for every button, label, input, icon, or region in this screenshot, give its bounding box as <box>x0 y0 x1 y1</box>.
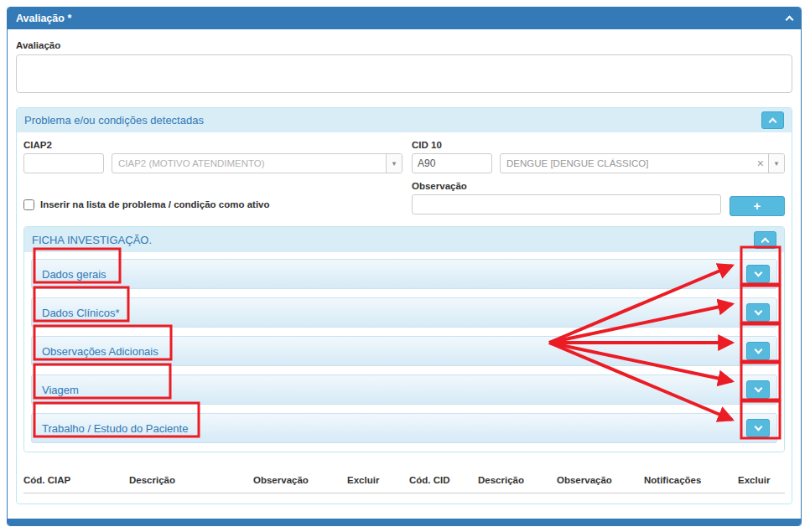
chevron-down-icon <box>754 346 762 354</box>
chevron-up-icon <box>769 118 777 127</box>
problema-section-body: CIAP2 CIAP2 (MOTIVO ATENDIMENTO) ▾ CID 1… <box>17 132 792 504</box>
collapse-problema-button[interactable] <box>761 111 784 129</box>
column-header: Excluir <box>347 475 409 485</box>
avaliacao-panel-header: Avaliação * <box>8 8 801 29</box>
codes-row: CIAP2 CIAP2 (MOTIVO ATENDIMENTO) ▾ CID 1… <box>23 140 785 173</box>
cid10-select[interactable]: DENGUE [DENGUE CLÁSSICO] × ▾ <box>500 153 785 173</box>
clear-icon[interactable]: × <box>753 154 768 173</box>
chevron-up-icon <box>761 237 770 245</box>
accordion-title: Observações Adicionais <box>42 345 158 358</box>
column-header: Descrição <box>129 475 253 485</box>
ficha-section-title: FICHA INVESTIGAÇÃO. <box>32 234 152 246</box>
observacao-column: Observação + <box>412 181 785 216</box>
chevron-down-icon <box>754 269 762 277</box>
accordion-title: Dados Clínicos* <box>42 307 120 319</box>
problema-section: Problema e/ou condições detectadas CIAP2… <box>16 107 792 504</box>
avaliacao-label: Avaliação <box>16 40 792 50</box>
column-header: Excluir <box>738 475 787 485</box>
avaliacao-textarea[interactable] <box>16 54 792 93</box>
accordion-row-viagem[interactable]: Viagem <box>31 374 777 405</box>
cid10-label: CID 10 <box>412 140 785 150</box>
dropdown-arrow-icon[interactable]: ▾ <box>768 154 784 173</box>
ficha-investigacao-section: FICHA INVESTIGAÇÃO. Dados gerais <box>23 226 785 452</box>
avaliacao-panel: Avaliação * Avaliação Problema e/ou cond… <box>7 7 802 526</box>
problema-section-header: Problema e/ou condições detectadas <box>17 108 792 132</box>
active-condition-checkbox[interactable] <box>23 199 34 210</box>
observation-row: Inserir na lista de problema / condição … <box>23 181 785 216</box>
panel-body: Avaliação Problema e/ou condições detect… <box>8 29 801 511</box>
expand-trabalho-estudo-button[interactable] <box>746 419 770 437</box>
panel-footer-bar <box>8 519 801 525</box>
chevron-down-icon <box>754 307 762 316</box>
expand-dados-gerais-button[interactable] <box>746 265 770 283</box>
problema-section-title: Problema e/ou condições detectadas <box>24 114 204 127</box>
expand-observacoes-adicionais-button[interactable] <box>746 342 770 360</box>
ciap2-select-placeholder: CIAP2 (MOTIVO ATENDIMENTO) <box>112 158 386 168</box>
ciap2-select[interactable]: CIAP2 (MOTIVO ATENDIMENTO) ▾ <box>112 153 402 173</box>
cid10-code-input[interactable] <box>412 153 492 173</box>
dropdown-arrow-icon[interactable]: ▾ <box>386 154 402 173</box>
accordion-row-observacoes-adicionais[interactable]: Observações Adicionais <box>31 336 777 366</box>
observacao-label: Observação <box>412 181 721 191</box>
column-header: Cód. CID <box>409 475 478 485</box>
cid10-select-value: DENGUE [DENGUE CLÁSSICO] <box>501 158 753 168</box>
column-header: Cód. CIAP <box>23 475 129 485</box>
accordion-title: Trabalho / Estudo do Paciente <box>42 422 188 435</box>
ficha-body: Dados gerais Dados Clínicos* <box>24 252 784 452</box>
column-header: Observação <box>557 475 644 485</box>
ciap2-code-input[interactable] <box>23 153 104 173</box>
add-button[interactable]: + <box>730 196 785 216</box>
accordion-title: Viagem <box>42 384 79 396</box>
column-header: Notificações <box>644 475 738 485</box>
column-header: Descrição <box>478 475 557 485</box>
expand-viagem-button[interactable] <box>746 380 770 399</box>
active-condition-label: Inserir na lista de problema / condição … <box>40 199 270 209</box>
expand-dados-clinicos-button[interactable] <box>746 303 770 322</box>
ciap2-label: CIAP2 <box>23 140 402 150</box>
chevron-down-icon <box>754 385 762 393</box>
chevron-down-icon <box>754 423 762 431</box>
cid10-column: CID 10 DENGUE [DENGUE CLÁSSICO] × ▾ <box>412 140 785 173</box>
collapse-ficha-button[interactable] <box>754 231 776 249</box>
active-condition-checkbox-wrap: Inserir na lista de problema / condição … <box>23 181 402 216</box>
collapse-panel-button[interactable] <box>787 11 792 26</box>
observacao-input[interactable] <box>412 194 721 214</box>
accordion-row-dados-gerais[interactable]: Dados gerais <box>31 259 777 289</box>
column-header: Observação <box>253 475 347 485</box>
ficha-section-header: FICHA INVESTIGAÇÃO. <box>24 227 784 252</box>
accordion-row-trabalho-estudo[interactable]: Trabalho / Estudo do Paciente <box>31 413 777 443</box>
accordion-title: Dados gerais <box>42 268 106 281</box>
chevron-up-icon <box>786 16 794 24</box>
results-table-header: Cód. CIAP Descrição Observação Excluir C… <box>23 475 785 493</box>
ciap2-column: CIAP2 CIAP2 (MOTIVO ATENDIMENTO) ▾ <box>23 140 402 173</box>
panel-title: Avaliação * <box>16 13 71 24</box>
accordion-row-dados-clinicos[interactable]: Dados Clínicos* <box>31 297 777 328</box>
